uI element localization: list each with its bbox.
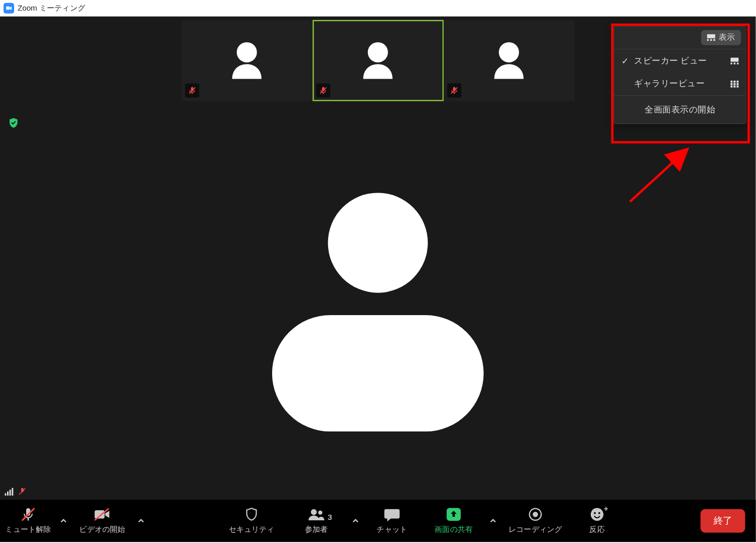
svg-rect-16 <box>733 80 735 82</box>
svg-point-32 <box>533 512 538 517</box>
mute-button[interactable]: ミュート解除 <box>0 500 56 542</box>
share-options-caret[interactable] <box>486 500 500 542</box>
participants-label: 参加者 <box>305 524 328 535</box>
thumbnail-3[interactable] <box>444 20 575 101</box>
view-panel-header: 表示 <box>614 26 745 48</box>
end-meeting-button[interactable]: 終了 <box>701 509 745 533</box>
reactions-icon: + <box>589 507 604 522</box>
avatar-body <box>272 315 484 432</box>
chevron-up-icon <box>352 517 359 524</box>
meeting-area: 表示 ✓ スピーカー ビュー ギャラリービュー <box>0 17 755 542</box>
muted-mic-icon <box>18 487 27 496</box>
record-label: レコーディング <box>509 524 562 535</box>
view-option-label: スピーカー ビュー <box>634 55 707 67</box>
shield-icon <box>244 507 259 522</box>
annotation-arrow <box>624 146 695 205</box>
svg-rect-12 <box>730 63 732 64</box>
plus-icon: + <box>604 504 608 513</box>
speaker-view-icon <box>730 57 738 65</box>
muted-mic-icon <box>185 84 199 98</box>
participants-count: 3 <box>328 513 332 521</box>
reactions-button[interactable]: + 反応 <box>571 500 623 542</box>
view-option-gallery[interactable]: ギャラリービュー <box>614 72 745 95</box>
video-options-caret[interactable] <box>134 500 148 542</box>
encryption-shield-icon[interactable] <box>7 116 20 130</box>
svg-rect-14 <box>737 63 738 64</box>
thumbnail-1[interactable] <box>181 20 312 101</box>
svg-rect-8 <box>707 39 709 41</box>
share-label: 画面の共有 <box>434 524 473 535</box>
view-panel: 表示 ✓ スピーカー ビュー ギャラリービュー <box>613 26 746 124</box>
svg-point-28 <box>311 509 317 515</box>
chevron-up-icon <box>138 517 145 524</box>
svg-rect-13 <box>734 63 735 64</box>
chat-label: チャット <box>376 524 407 535</box>
mute-label: ミュート解除 <box>5 524 51 535</box>
security-button[interactable]: セキュリティ <box>219 500 284 542</box>
check-icon: ✓ <box>621 55 629 66</box>
chevron-up-icon <box>489 517 496 524</box>
svg-rect-19 <box>733 83 735 85</box>
zoom-app-icon <box>4 3 14 14</box>
avatar-icon <box>224 38 270 84</box>
meeting-toolbar: ミュート解除 ビデオの開始 セキュリティ <box>0 500 755 542</box>
svg-rect-10 <box>714 39 715 41</box>
video-button[interactable]: ビデオの開始 <box>71 500 134 542</box>
svg-rect-3 <box>5 493 6 496</box>
svg-rect-22 <box>733 85 735 87</box>
svg-rect-11 <box>730 57 738 62</box>
svg-rect-17 <box>737 80 739 82</box>
signal-bars-icon <box>5 488 14 496</box>
window-titlebar: Zoom ミーティング <box>0 0 755 17</box>
end-label: 終了 <box>714 515 732 527</box>
svg-rect-5 <box>10 490 11 496</box>
participants-options-caret[interactable] <box>348 500 362 542</box>
svg-point-2 <box>499 42 519 63</box>
video-off-icon <box>93 507 111 522</box>
svg-rect-26 <box>95 510 105 518</box>
svg-point-33 <box>591 508 603 521</box>
view-toggle-label: 表示 <box>719 32 735 43</box>
svg-rect-6 <box>12 488 13 496</box>
muted-mic-icon <box>447 84 461 98</box>
svg-point-0 <box>237 42 257 63</box>
video-label: ビデオの開始 <box>79 524 125 535</box>
view-toggle-button[interactable]: 表示 <box>701 30 741 45</box>
view-option-speaker[interactable]: ✓ スピーカー ビュー <box>614 49 745 72</box>
window-title: Zoom ミーティング <box>18 3 85 14</box>
svg-rect-21 <box>730 85 732 87</box>
svg-rect-9 <box>710 39 712 41</box>
muted-mic-icon <box>20 507 37 522</box>
svg-point-34 <box>594 512 596 514</box>
chat-button[interactable]: チャット <box>362 500 421 542</box>
svg-rect-18 <box>730 83 732 85</box>
record-icon <box>528 507 542 522</box>
reactions-label: 反応 <box>589 524 604 535</box>
avatar-icon <box>355 38 401 84</box>
security-label: セキュリティ <box>229 524 275 535</box>
muted-mic-icon <box>316 84 330 98</box>
svg-rect-4 <box>7 492 9 496</box>
thumbnail-2-active[interactable] <box>312 20 444 101</box>
avatar-head <box>328 193 428 292</box>
chat-icon <box>384 507 400 522</box>
svg-rect-7 <box>707 34 715 38</box>
gallery-view-icon <box>730 80 738 87</box>
connection-status[interactable] <box>5 487 27 496</box>
share-screen-icon <box>446 507 462 522</box>
avatar-icon <box>486 38 532 84</box>
active-speaker-avatar <box>272 193 484 431</box>
enter-fullscreen[interactable]: 全画面表示の開始 <box>614 96 745 124</box>
share-screen-button[interactable]: 画面の共有 <box>421 500 486 542</box>
participants-button[interactable]: 3 参加者 <box>284 500 348 542</box>
svg-rect-20 <box>737 83 739 85</box>
svg-point-1 <box>368 42 388 63</box>
mute-options-caret[interactable] <box>56 500 71 542</box>
record-button[interactable]: レコーディング <box>500 500 571 542</box>
svg-rect-15 <box>730 80 732 82</box>
participants-icon: 3 <box>307 507 325 522</box>
svg-point-29 <box>318 511 322 515</box>
chevron-up-icon <box>60 517 67 524</box>
view-option-label: ギャラリービュー <box>634 78 705 89</box>
fullscreen-label: 全画面表示の開始 <box>645 104 715 114</box>
